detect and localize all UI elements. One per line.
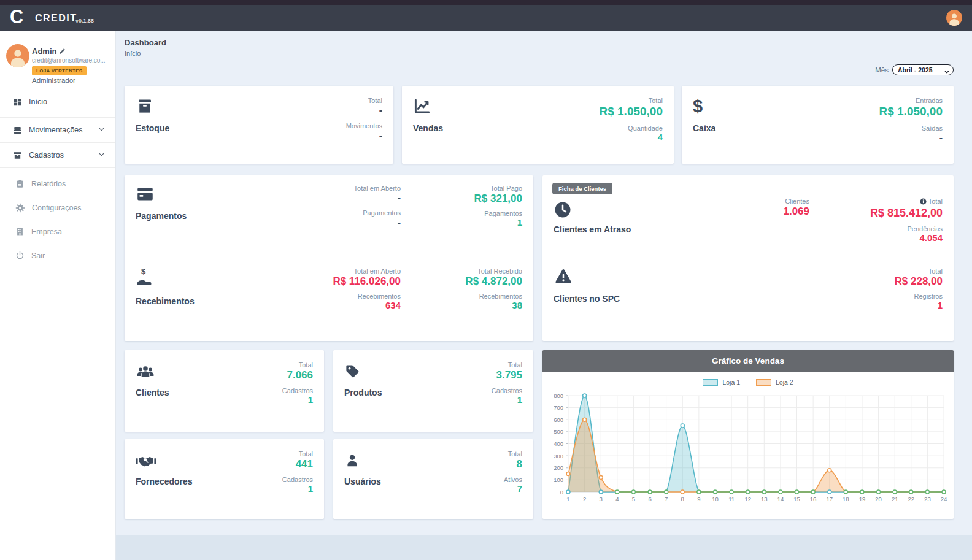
layers-icon xyxy=(13,126,22,135)
stat-value: - xyxy=(879,132,943,144)
card-title: Caixa xyxy=(693,123,716,133)
stat-value: 4.054 xyxy=(809,232,943,244)
legend-swatch xyxy=(703,379,718,386)
card-title: Clientes em Atraso xyxy=(554,224,631,234)
sales-line-chart: 0100200300400500600700800123456789101112… xyxy=(542,387,954,519)
stat-label: Registros xyxy=(821,293,943,300)
legend-item-loja2[interactable]: Loja 2 xyxy=(756,378,793,386)
stat-label: Clientes xyxy=(687,198,809,205)
svg-text:700: 700 xyxy=(554,404,563,411)
person-icon xyxy=(946,10,962,26)
svg-text:2: 2 xyxy=(583,496,586,502)
sidebar-item-label: Empresa xyxy=(31,228,62,236)
svg-text:18: 18 xyxy=(843,496,849,502)
card-grafico-vendas: Gráfico de Vendas Loja 1 Loja 2 01002003… xyxy=(542,350,954,519)
stat-value: 3.795 xyxy=(492,369,522,382)
stat-label: Total xyxy=(809,198,943,206)
stat-label: Pendências xyxy=(809,225,943,232)
section-clientes-atraso: Ficha de Clientes Clientes em Atraso Cli… xyxy=(542,175,954,258)
section-recebimentos: $ Recebimentos Total em AbertoR$ 116.026… xyxy=(125,258,533,341)
svg-text:16: 16 xyxy=(810,496,817,502)
stat-value: R$ 4.872,00 xyxy=(401,275,522,288)
svg-text:15: 15 xyxy=(793,496,800,502)
browser-top-strip xyxy=(0,0,972,5)
building-icon xyxy=(15,227,25,236)
svg-text:0: 0 xyxy=(560,489,563,496)
ficha-de-clientes-button[interactable]: Ficha de Clientes xyxy=(552,183,612,194)
svg-text:7: 7 xyxy=(665,496,668,502)
edit-profile-icon[interactable] xyxy=(59,47,66,56)
app-name: CREDIT xyxy=(35,13,77,24)
user-icon xyxy=(344,450,381,469)
legend-swatch xyxy=(756,379,771,386)
sidebar-item-sair[interactable]: Sair xyxy=(0,244,115,267)
user-avatar-button[interactable] xyxy=(946,10,962,26)
card-clientes: Clientes Total7.066 Cadastros1 xyxy=(125,350,324,432)
stat-value: R$ 321,00 xyxy=(401,192,522,205)
month-filter: Mês Abril - 2025 xyxy=(875,64,954,75)
card-title: Estoque xyxy=(136,123,169,133)
legend-label: Loja 1 xyxy=(722,378,740,386)
month-select[interactable]: Abril - 2025 xyxy=(892,64,954,75)
card-title: Fornecedores xyxy=(136,477,193,486)
stat-label: Recebimentos xyxy=(401,293,522,300)
stat-label: Pagamentos xyxy=(401,210,522,217)
hand-dollar-icon: $ xyxy=(136,267,195,288)
svg-text:300: 300 xyxy=(554,453,563,459)
stat-value: - xyxy=(346,129,382,142)
section-clientes-spc: Clientes no SPC TotalR$ 228,00 Registros… xyxy=(542,258,954,341)
user-role: Administrador xyxy=(32,77,75,84)
stat-value: R$ 815.412,00 xyxy=(809,206,943,220)
box-icon xyxy=(136,97,169,115)
stat-label: Quantidade xyxy=(599,125,663,132)
svg-text:12: 12 xyxy=(744,496,751,502)
card-vendas: Vendas TotalR$ 1.050,00 Quantidade4 xyxy=(402,86,674,164)
stat-label: Total xyxy=(504,450,522,458)
top-bar: C CREDIT v0.1.88 xyxy=(0,5,972,31)
stat-value: R$ 1.050,00 xyxy=(599,104,663,119)
stat-value: - xyxy=(278,192,401,204)
stat-label: Total em Aberto xyxy=(278,267,401,275)
svg-text:800: 800 xyxy=(554,393,563,399)
svg-text:14: 14 xyxy=(777,496,784,502)
sidebar-item-movimentacoes[interactable]: Movimentações xyxy=(0,117,115,143)
sidebar-item-cadastros[interactable]: Cadastros xyxy=(0,143,115,168)
legend-item-loja1[interactable]: Loja 1 xyxy=(703,378,740,386)
sidebar-item-empresa[interactable]: Empresa xyxy=(0,220,115,244)
archive-icon xyxy=(13,151,22,160)
card-title: Vendas xyxy=(413,123,443,133)
users-icon xyxy=(136,361,169,380)
card-produtos: Produtos Total3.795 Cadastros1 xyxy=(333,350,533,432)
card-caixa: $ Caixa EntradasR$ 1.050,00 Saídas- xyxy=(682,86,954,164)
card-usuarios: Usuários Total8 Ativos7 xyxy=(333,439,533,519)
stat-label: Total em Aberto xyxy=(278,185,401,192)
tag-icon xyxy=(344,361,382,380)
stat-value: 7 xyxy=(504,483,522,495)
stat-value: 1 xyxy=(401,217,522,229)
sidebar-item-configuracoes[interactable]: Configurações xyxy=(0,196,115,220)
svg-text:400: 400 xyxy=(554,440,563,447)
sidebar-item-label: Configurações xyxy=(32,204,82,212)
store-badge: LOJA VERTENTES xyxy=(32,66,87,75)
svg-text:9: 9 xyxy=(697,496,700,502)
sidebar-item-inicio[interactable]: Início xyxy=(0,90,115,113)
svg-text:1: 1 xyxy=(566,496,569,502)
section-pagamentos: Pagamentos Total em Aberto- Pagamentos- … xyxy=(125,175,533,258)
svg-text:24: 24 xyxy=(941,496,947,502)
card-title: Usuários xyxy=(344,477,381,486)
info-icon[interactable] xyxy=(920,198,927,206)
card-title: Recebimentos xyxy=(136,296,195,306)
stat-label: Recebimentos xyxy=(278,293,401,300)
breadcrumb: Início xyxy=(125,50,141,57)
grid-icon xyxy=(13,98,22,107)
stat-label: Total xyxy=(346,97,382,104)
svg-text:13: 13 xyxy=(761,496,768,502)
card-pagamentos-recebimentos: Pagamentos Total em Aberto- Pagamentos- … xyxy=(125,175,533,341)
stat-value: 1 xyxy=(492,394,522,406)
svg-text:21: 21 xyxy=(892,496,898,502)
sidebar-item-relatorios[interactable]: Relatórios xyxy=(0,172,115,196)
stat-value: 4 xyxy=(599,132,663,144)
card-title: Clientes xyxy=(136,388,169,397)
stat-label: Total Pago xyxy=(401,185,522,192)
svg-text:22: 22 xyxy=(908,496,914,502)
